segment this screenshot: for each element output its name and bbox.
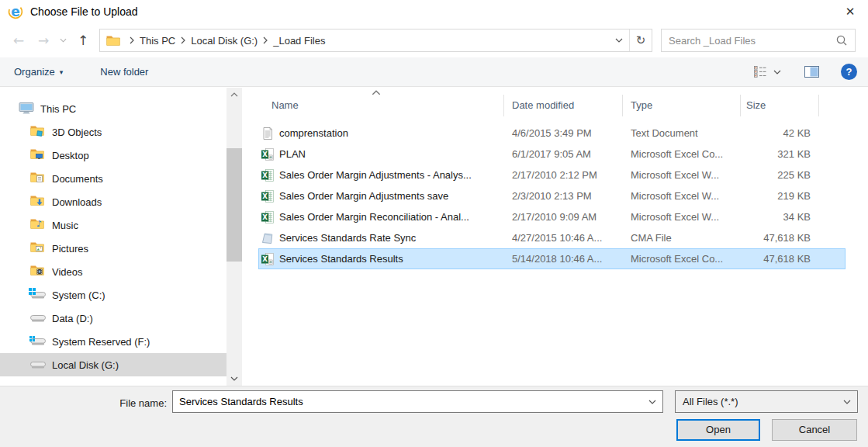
- cancel-button[interactable]: Cancel: [772, 419, 857, 441]
- address-dropdown-chevron-icon[interactable]: [609, 29, 629, 51]
- file-name: Sales Order Margin Reconciliation - Anal…: [279, 211, 469, 223]
- address-bar[interactable]: This PC Local Disk (G:) _Load Files ↻: [99, 29, 652, 52]
- pictures-folder-icon: [30, 241, 47, 255]
- column-header-spacer: [819, 95, 868, 116]
- cma-file-icon: [261, 232, 274, 244]
- command-toolbar: Organize ▾ New folder ?: [0, 57, 868, 87]
- breadcrumb-load-files[interactable]: _Load Files: [273, 35, 325, 47]
- new-folder-button[interactable]: New folder: [100, 66, 148, 78]
- scroll-down-icon[interactable]: [227, 372, 242, 386]
- file-name: Sales Order Margin Adjustments save: [279, 190, 448, 202]
- forward-button[interactable]: →: [31, 33, 56, 48]
- sidebar-item-label: Pictures: [52, 243, 88, 255]
- change-view-button[interactable]: [754, 66, 781, 78]
- back-button[interactable]: ←: [6, 33, 31, 48]
- file-list: Name Date modified Type Size comprenstat…: [242, 88, 868, 386]
- drive-icon: [30, 358, 47, 372]
- file-row[interactable]: Sales Order Margin Reconciliation - Anal…: [258, 206, 846, 227]
- file-date: 2/17/2010 2:12 PM: [504, 169, 623, 181]
- organize-label: Organize: [14, 66, 55, 78]
- breadcrumb-this-pc[interactable]: This PC: [140, 35, 175, 47]
- folder-icon: [106, 35, 120, 46]
- sidebar-item-system-reserved-f[interactable]: System Reserved (F:): [0, 330, 227, 353]
- file-name-combo[interactable]: [172, 390, 663, 413]
- file-name: comprenstation: [279, 127, 348, 139]
- organize-caret-icon: ▾: [60, 68, 64, 76]
- preview-pane-button[interactable]: [804, 66, 819, 78]
- breadcrumb-separator-icon[interactable]: [124, 36, 140, 44]
- sidebar-item-this-pc[interactable]: This PC: [0, 97, 227, 120]
- file-name-input[interactable]: [173, 396, 642, 407]
- organize-button[interactable]: Organize ▾: [14, 66, 63, 78]
- sidebar-item-label: Documents: [52, 173, 103, 185]
- file-row-selected[interactable]: Services Standards Results 5/14/2018 10:…: [258, 248, 846, 269]
- list-view-icon: [754, 66, 767, 78]
- sidebar-item-pictures[interactable]: Pictures: [0, 237, 227, 260]
- column-header-type[interactable]: Type: [623, 95, 741, 116]
- search-icon: [835, 34, 848, 47]
- column-header-label: Name: [271, 99, 299, 111]
- sidebar-item-data-d[interactable]: Data (D:): [0, 307, 227, 330]
- sidebar-item-3d-objects[interactable]: 3D Objects: [0, 120, 227, 144]
- scroll-up-icon[interactable]: [227, 88, 242, 102]
- sidebar-item-downloads[interactable]: Downloads: [0, 190, 227, 213]
- file-row[interactable]: PLAN 6/1/2017 9:05 AM Microsoft Excel Co…: [258, 144, 846, 165]
- close-icon[interactable]: ✕: [840, 2, 860, 21]
- file-type: Microsoft Excel Co...: [623, 253, 741, 265]
- file-type-select[interactable]: All Files (*.*): [675, 390, 858, 413]
- file-row[interactable]: Services Standards Rate Sync 4/27/2015 1…: [258, 227, 846, 248]
- breadcrumb-separator-icon[interactable]: [175, 36, 191, 44]
- scrollbar-thumb[interactable]: [227, 148, 242, 262]
- footer-bar: File name: All Files (*.*) Open Cancel: [0, 386, 868, 447]
- system-drive-icon: [30, 288, 47, 302]
- file-type-dropdown-chevron-icon[interactable]: [837, 400, 857, 404]
- refresh-icon[interactable]: ↻: [630, 33, 652, 47]
- open-button[interactable]: Open: [676, 419, 760, 441]
- recent-locations-chevron-icon[interactable]: [56, 38, 70, 43]
- search-input[interactable]: [669, 35, 835, 47]
- file-row[interactable]: Sales Order Margin Adjustments - Analys.…: [258, 165, 846, 185]
- up-button[interactable]: ↑: [70, 33, 96, 48]
- file-row[interactable]: comprenstation 4/6/2015 3:49 PM Text Doc…: [258, 123, 846, 144]
- sidebar-item-label: Downloads: [52, 196, 102, 208]
- column-header-size[interactable]: Size: [741, 95, 819, 116]
- drive-icon: [30, 311, 47, 325]
- music-folder-icon: ♪: [30, 218, 47, 232]
- column-header-date-modified[interactable]: Date modified: [504, 95, 623, 116]
- excel-workbook-icon: [261, 190, 274, 203]
- sidebar-item-label: Data (D:): [52, 313, 93, 324]
- file-type: CMA File: [623, 232, 741, 244]
- column-headers: Name Date modified Type Size: [258, 94, 868, 117]
- search-box[interactable]: [661, 29, 856, 52]
- sidebar-item-system-c[interactable]: System (C:): [0, 283, 227, 307]
- views-caret-icon[interactable]: [773, 70, 781, 74]
- file-size: 225 KB: [741, 169, 846, 181]
- file-name-dropdown-chevron-icon[interactable]: [642, 400, 662, 404]
- sidebar-item-label: Desktop: [52, 150, 89, 161]
- sidebar-item-videos[interactable]: Videos: [0, 260, 227, 283]
- dialog-title: Choose File to Upload: [30, 5, 138, 18]
- file-date: 2/3/2010 2:13 PM: [504, 190, 623, 202]
- file-rows: comprenstation 4/6/2015 3:49 PM Text Doc…: [258, 123, 868, 269]
- sidebar-item-label: System Reserved (F:): [52, 336, 150, 348]
- help-icon[interactable]: ?: [841, 64, 857, 80]
- file-name: Sales Order Margin Adjustments - Analys.…: [279, 169, 472, 181]
- sidebar-item-label: Local Disk (G:): [52, 359, 119, 371]
- file-row[interactable]: Sales Order Margin Adjustments save 2/3/…: [258, 185, 846, 206]
- column-header-name[interactable]: Name: [258, 95, 504, 116]
- main-area: This PC 3D Objects Desktop: [0, 88, 868, 386]
- file-date: 4/27/2015 10:46 A...: [504, 232, 623, 244]
- file-date: 2/17/2010 9:09 AM: [504, 211, 623, 223]
- sidebar-item-music[interactable]: ♪ Music: [0, 213, 227, 237]
- desktop-folder-icon: [30, 148, 47, 162]
- excel-workbook-icon: [261, 169, 274, 182]
- sidebar-item-local-disk-g[interactable]: Local Disk (G:): [0, 353, 227, 376]
- sidebar-item-desktop[interactable]: Desktop: [0, 144, 227, 167]
- sidebar-scrollbar[interactable]: [227, 88, 242, 386]
- breadcrumb-separator-icon[interactable]: [258, 36, 273, 44]
- breadcrumb-local-disk-g[interactable]: Local Disk (G:): [191, 35, 258, 47]
- system-reserved-drive-icon: [30, 334, 47, 348]
- file-date: 6/1/2017 9:05 AM: [504, 148, 623, 160]
- file-size: 47,618 KB: [741, 253, 846, 265]
- sidebar-item-documents[interactable]: Documents: [0, 167, 227, 190]
